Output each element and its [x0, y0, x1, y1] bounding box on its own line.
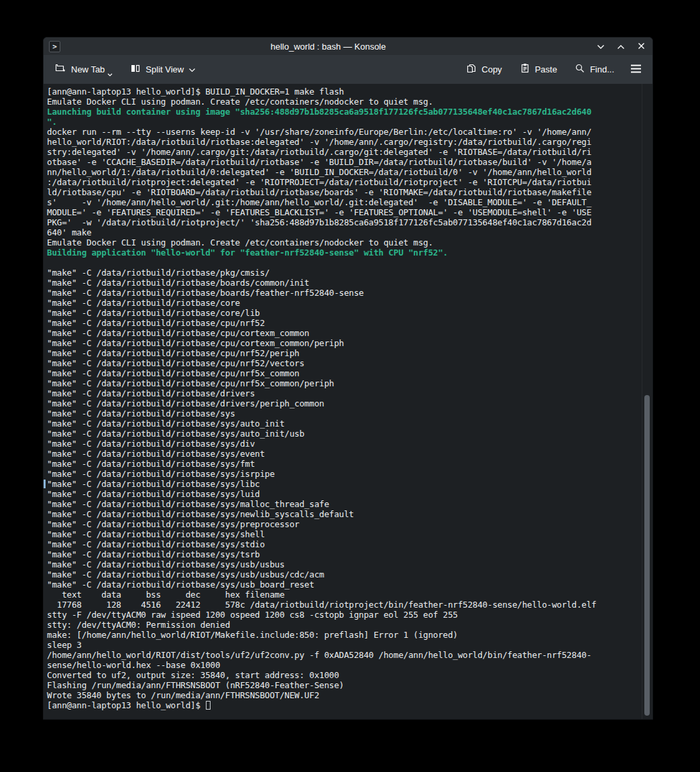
close-x-icon: [638, 40, 645, 52]
terminal-line: "make" -C /data/riotbuild/riotbase/core: [47, 298, 652, 308]
chevron-down-icon: [597, 40, 605, 52]
chevron-down-icon: [188, 64, 196, 74]
terminal-line: "make" -C /data/riotbuild/riotbase/pkg/c…: [47, 268, 652, 278]
terminal-line-text: Converted to uf2, output size: 35840, st…: [47, 670, 339, 680]
terminal-line-text: "make" -C /data/riotbuild/riotbase/core/…: [47, 308, 259, 318]
terminal-line: [ann@ann-laptop13 hello_world]$ BUILD_IN…: [47, 87, 652, 97]
terminal-line-text: "make" -C /data/riotbuild/riotbase/sys/d…: [47, 439, 255, 449]
terminal-line: otbase' -e 'CCACHE_BASEDIR=/data/riotbui…: [47, 157, 652, 167]
terminal-cursor: [206, 701, 211, 710]
terminal-line-text: sense/hello-world.hex --base 0x1000: [47, 660, 220, 670]
terminal-line-text: "make" -C /data/riotbuild/riotbase/cpu/n…: [47, 358, 304, 368]
terminal-line-text: Emulate Docker CLI using podman. Create …: [47, 237, 433, 247]
terminal-line-text: hello_world/RIOT:/data/riotbuild/riotbas…: [47, 137, 591, 147]
terminal-line-text: "make" -C /data/riotbuild/riotbase/sys/a…: [47, 429, 304, 439]
terminal-line-text: "make" -C /data/riotbuild/riotbase/sys/l…: [47, 479, 259, 489]
terminal-line-text: "make" -C /data/riotbuild/riotbase/sys/e…: [47, 449, 265, 459]
terminal-line-text: "make" -C /data/riotbuild/riotbase/sys/u…: [47, 559, 284, 569]
terminal-line: "make" -C /data/riotbuild/riotbase/sys/s…: [47, 539, 652, 549]
terminal-line-text: "make" -C /data/riotbuild/riotbase/sys/t…: [47, 549, 259, 559]
terminal-line: stty -F /dev/ttyACM0 raw ispeed 1200 osp…: [47, 610, 652, 620]
search-icon: [575, 63, 585, 76]
close-button[interactable]: [636, 42, 646, 51]
terminal-line: "make" -C /data/riotbuild/riotbase/sys/i…: [47, 469, 652, 479]
terminal-line-text: "make" -C /data/riotbuild/riotbase/sys/m…: [47, 499, 329, 509]
terminal-line-text: "make" -C /data/riotbuild/riotbase/drive…: [47, 388, 255, 398]
terminal-line: make: [/home/ann/hello_world/RIOT/Makefi…: [47, 630, 652, 640]
terminal-line: 17768 128 4516 22412 578c /data/riotbuil…: [47, 600, 652, 610]
terminal-line-text: 640' make: [47, 227, 91, 237]
find-button[interactable]: Find...: [571, 59, 618, 80]
paste-label: Paste: [535, 64, 557, 74]
terminal-line: "make" -C /data/riotbuild/riotbase/sys/f…: [47, 459, 652, 469]
terminal-line: "make" -C /data/riotbuild/riotbase/sys/t…: [47, 549, 652, 559]
terminal-lines: [ann@ann-laptop13 hello_world]$ BUILD_IN…: [47, 87, 652, 710]
terminal-line: "make" -C /data/riotbuild/riotbase/sys/m…: [47, 499, 652, 509]
new-tab-label: New Tab: [71, 64, 105, 74]
terminal-line: "make" -C /data/riotbuild/riotbase/sys/s…: [47, 529, 652, 539]
paste-button[interactable]: Paste: [516, 59, 561, 80]
window-controls: [596, 42, 647, 51]
terminal-area[interactable]: [ann@ann-laptop13 hello_world]$ BUILD_IN…: [44, 84, 652, 719]
terminal-line-text: /home/ann/hello_world/RIOT/dist/tools/uf…: [47, 650, 591, 660]
menu-button[interactable]: [628, 60, 644, 79]
terminal-line: hello_world/RIOT:/data/riotbuild/riotbas…: [47, 137, 652, 147]
terminal-line: 640' make: [47, 227, 652, 237]
split-view-button[interactable]: Split View: [126, 59, 200, 80]
terminal-line: ".: [47, 117, 652, 127]
terminal-line: Converted to uf2, output size: 35840, st…: [47, 670, 652, 680]
terminal-line: "make" -C /data/riotbuild/riotbase/sys/l…: [47, 479, 652, 489]
terminal-line-text: Building application "hello-world" for "…: [47, 247, 448, 258]
scrollbar-thumb[interactable]: [644, 395, 650, 716]
terminal-line: "make" -C /data/riotbuild/riotbase/sys/l…: [47, 489, 652, 499]
terminal-line-text: "make" -C /data/riotbuild/riotbase/core: [47, 298, 240, 308]
terminal-line: :/data/riotbuild/riotproject:delegated' …: [47, 177, 652, 187]
terminal-line: [ann@ann-laptop13 hello_world]$: [47, 700, 652, 710]
terminal-line: "make" -C /data/riotbuild/riotbase/board…: [47, 288, 652, 298]
terminal-line-text: "make" -C /data/riotbuild/riotbase/cpu/c…: [47, 338, 344, 348]
terminal-line-text: [ann@ann-laptop13 hello_world]$ BUILD_IN…: [47, 87, 344, 97]
copy-button[interactable]: Copy: [462, 59, 506, 80]
terminal-line-text: "make" -C /data/riotbuild/riotbase/sys/p…: [47, 519, 300, 529]
terminal-line-text: "make" -C /data/riotbuild/riotbase/sys/f…: [47, 459, 255, 469]
maximize-button[interactable]: [616, 42, 626, 51]
titlebar[interactable]: > hello_world : bash — Konsole: [44, 38, 652, 55]
terminal-line: docker run --rm --tty --userns keep-id -…: [47, 127, 652, 137]
terminal-line-text: :/data/riotbuild/riotproject:delegated' …: [47, 177, 591, 187]
terminal-line: Launching build container using image "s…: [47, 107, 652, 117]
terminal-line: "make" -C /data/riotbuild/riotbase/drive…: [47, 388, 652, 398]
terminal-line-text: make: [/home/ann/hello_world/RIOT/Makefi…: [47, 630, 458, 640]
terminal-line-text: "make" -C /data/riotbuild/riotbase/cpu/n…: [47, 378, 334, 388]
new-tab-button[interactable]: New Tab: [52, 59, 117, 80]
split-panes-icon: [130, 63, 141, 76]
terminal-line: "make" -C /data/riotbuild/riotbase/core/…: [47, 308, 652, 318]
split-view-label: Split View: [145, 64, 184, 74]
terminal-line: "make" -C /data/riotbuild/riotbase/sys/u…: [47, 580, 652, 590]
terminal-line: sleep 3: [47, 640, 652, 650]
terminal-line-text: stty: /dev/ttyACM0: Permission denied: [47, 620, 230, 630]
terminal-line-text: "make" -C /data/riotbuild/riotbase/drive…: [47, 398, 324, 408]
terminal-line: stty: /dev/ttyACM0: Permission denied: [47, 620, 652, 630]
chevron-up-icon: [617, 40, 625, 52]
terminal-line: "make" -C /data/riotbuild/riotbase/cpu/n…: [47, 358, 652, 368]
terminal-line-text: "make" -C /data/riotbuild/riotbase/board…: [47, 278, 309, 288]
terminal-line-text: "make" -C /data/riotbuild/riotbase/cpu/n…: [47, 318, 265, 328]
konsole-prompt-glyph: >: [52, 43, 57, 50]
terminal-line-text: Wrote 35840 bytes to /run/media/ann/FTHR…: [47, 690, 319, 700]
terminal-line: Flashing /run/media/ann/FTHRSNSBOOT (nRF…: [47, 680, 652, 690]
terminal-line-text: "make" -C /data/riotbuild/riotbase/pkg/c…: [47, 268, 270, 278]
terminal-line-text: [ann@ann-laptop13 hello_world]$: [47, 700, 205, 710]
terminal-line-text: "make" -C /data/riotbuild/riotbase/cpu/n…: [47, 368, 300, 378]
scrollbar-track[interactable]: [642, 84, 652, 719]
terminal-line-text: Launching build container using image "s…: [47, 107, 591, 117]
hamburger-icon: [630, 64, 642, 75]
terminal-line-text: "make" -C /data/riotbuild/riotbase/cpu/n…: [47, 348, 300, 358]
terminal-line: Emulate Docker CLI using podman. Create …: [47, 97, 652, 107]
terminal-line-text: docker run --rm --tty --userns keep-id -…: [47, 127, 591, 137]
minimize-button[interactable]: [596, 42, 605, 51]
clipboard-icon: [520, 63, 530, 76]
terminal-line-text: stry:delegated' -v '/home/ann/.cargo/git…: [47, 147, 591, 157]
terminal-line-text: Flashing /run/media/ann/FTHRSNSBOOT (nRF…: [47, 680, 344, 690]
terminal-line-text: "make" -C /data/riotbuild/riotbase/sys/i…: [47, 469, 275, 479]
terminal-line-text: "make" -C /data/riotbuild/riotbase/sys/u…: [47, 580, 314, 590]
